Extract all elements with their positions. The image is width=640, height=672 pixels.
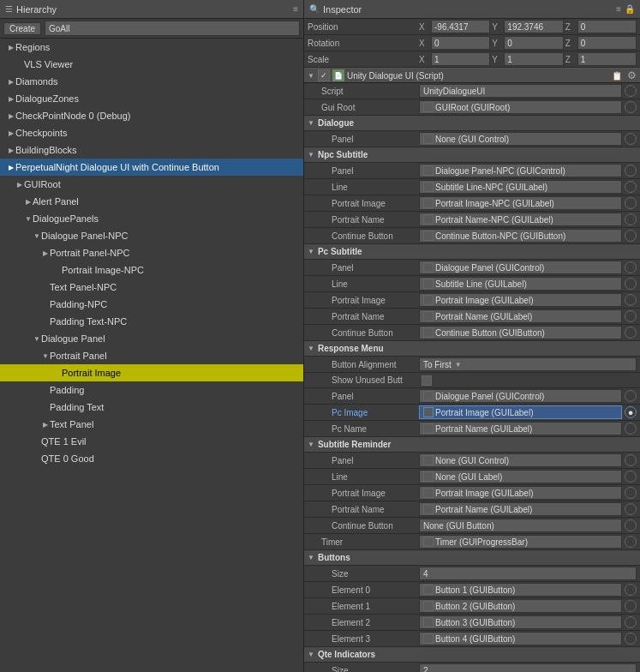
pc-portrait-image-val[interactable]: Portrait Image (GUILabel) (419, 293, 622, 307)
tree-item-padding-text[interactable]: Padding Text (0, 399, 303, 416)
component-checkbox[interactable]: ✓ (318, 69, 330, 81)
tree-item-checkpoint-node[interactable]: ▶ CheckPointNode 0 (Debug) (0, 107, 303, 124)
pos-y-val[interactable]: 192.3746 (504, 20, 563, 33)
button-alignment-val[interactable]: To First ▼ (419, 357, 637, 371)
pc-panel-val[interactable]: Dialogue Panel (GUIControl) (419, 261, 622, 274)
npc-continue-val[interactable]: Continue Button-NPC (GUIButton) (419, 229, 622, 243)
tree-item-text-panel-npc[interactable]: Text Panel-NPC (0, 279, 303, 296)
npc-portrait-name-val[interactable]: Portrait Name-NPC (GUILabel) (419, 213, 622, 226)
tree-item-portrait-image[interactable]: Portrait Image (0, 364, 303, 381)
timer-val[interactable]: Timer (GUIProgressBar) (419, 535, 622, 549)
npc-panel-circle[interactable] (625, 165, 637, 177)
pc-panel-circle[interactable] (625, 261, 637, 273)
response-menu-toggle[interactable]: ▼ (308, 345, 314, 352)
pc-image-val[interactable]: Portrait Image (GUILabel) (419, 405, 622, 419)
tree-item-building-blocks[interactable]: ▶ BuildingBlocks (0, 141, 303, 159)
buttons-toggle[interactable]: ▼ (308, 554, 314, 561)
dialogue-panel-circle[interactable] (625, 133, 637, 145)
pc-continue-val[interactable]: Continue Button (GUIButton) (419, 326, 622, 339)
tree-item-regions[interactable]: ▶ Regions (0, 39, 303, 56)
tree-item-dialogue-panel-npc[interactable]: ▼ Dialogue Panel-NPC (0, 227, 303, 244)
create-button[interactable]: Create (3, 22, 41, 35)
dialogue-panel-val[interactable]: None (GUI Control) (419, 132, 622, 146)
npc-portrait-image-val[interactable]: Portrait Image-NPC (GUILabel) (419, 196, 622, 210)
hierarchy-menu-icon[interactable]: ≡ (293, 4, 298, 14)
buttons-element3-val[interactable]: Button 4 (GUIButton) (419, 632, 622, 645)
pos-x-val[interactable]: -96.4317 (431, 20, 490, 33)
npc-line-circle[interactable] (625, 181, 637, 193)
gui-root-val[interactable]: GUIRoot (GUIRoot) (419, 100, 622, 114)
tree-item-vls-viewer[interactable]: VLS Viewer (0, 56, 303, 73)
sr-continue-circle[interactable] (625, 519, 637, 531)
sr-portrait-name-val[interactable]: Portrait Name (GUILabel) (419, 502, 622, 516)
buttons-element1-val[interactable]: Button 2 (GUIButton) (419, 599, 622, 613)
tree-item-padding-npc[interactable]: Padding-NPC (0, 296, 303, 313)
tree-item-padding[interactable]: Padding (0, 381, 303, 399)
dialogue-toggle[interactable]: ▼ (308, 119, 314, 127)
buttons-element2-val[interactable]: Button 3 (GUIButton) (419, 615, 622, 629)
tree-item-perpetual-night[interactable]: ▶ PerpetualNight Dialogue UI with Contin… (0, 159, 303, 176)
tree-item-dialogue-zones[interactable]: ▶ DialogueZones (0, 90, 303, 107)
component-page-icon[interactable]: 📋 (612, 71, 622, 81)
tree-item-alert-panel[interactable]: ▶ Alert Panel (0, 193, 303, 210)
pc-pi-circle[interactable] (625, 294, 637, 306)
pc-image-circle[interactable]: ● (625, 406, 637, 418)
npc-panel-val[interactable]: Dialogue Panel-NPC (GUIControl) (419, 164, 622, 177)
rot-x-val[interactable]: 0 (431, 36, 490, 50)
component-gear-icon[interactable]: ⚙ (627, 69, 637, 81)
timer-circle[interactable] (625, 536, 637, 548)
tree-item-text-panel[interactable]: ▶ Text Panel (0, 416, 303, 433)
tree-item-qte-1-evil[interactable]: QTE 1 Evil (0, 433, 303, 450)
scale-x-val[interactable]: 1 (431, 52, 490, 66)
pc-line-val[interactable]: Subtitle Line (GUILabel) (419, 277, 622, 291)
qte-size-val[interactable]: 2 (419, 663, 637, 672)
inspector-menu-icon[interactable]: ≡ (616, 4, 621, 14)
tree-item-dialogue-panels[interactable]: ▼ DialoguePanels (0, 210, 303, 227)
buttons-element0-val[interactable]: Button 1 (GUIButton) (419, 583, 622, 597)
pc-portrait-name-val[interactable]: Portrait Name (GUILabel) (419, 309, 622, 323)
lock-icon[interactable]: 🔒 (625, 4, 635, 14)
npc-subtitle-toggle[interactable]: ▼ (308, 151, 314, 159)
pc-pn-circle[interactable] (625, 310, 637, 322)
gui-root-circle[interactable] (625, 101, 637, 113)
tree-item-diamonds[interactable]: ▶ Diamonds (0, 73, 303, 90)
resp-panel-circle[interactable] (625, 390, 637, 402)
btn1-circle[interactable] (625, 600, 637, 612)
pos-z-val[interactable]: 0 (577, 20, 637, 33)
tree-item-portrait-panel[interactable]: ▼ Portrait Panel (0, 347, 303, 364)
npc-line-val[interactable]: Subtitle Line-NPC (GUILabel) (419, 180, 622, 194)
buttons-size-val[interactable]: 4 (419, 567, 637, 580)
script-circle[interactable] (625, 85, 637, 97)
scale-y-val[interactable]: 1 (504, 52, 563, 66)
qte-indicators-toggle[interactable]: ▼ (308, 651, 314, 658)
tree-item-guiroot[interactable]: ▶ GUIRoot (0, 176, 303, 193)
sr-panel-val[interactable]: None (GUI Control) (419, 453, 622, 467)
pc-name-val[interactable]: Portrait Name (GUILabel) (419, 422, 622, 435)
sr-line-val[interactable]: None (GUI Label) (419, 470, 622, 483)
tree-item-dialogue-panel[interactable]: ▼ Dialogue Panel (0, 330, 303, 347)
npc-pi-circle[interactable] (625, 197, 637, 209)
sr-continue-val[interactable]: None (GUI Button) (419, 519, 622, 532)
sr-pn-circle[interactable] (625, 503, 637, 515)
sr-pi-circle[interactable] (625, 487, 637, 499)
tree-item-portrait-panel-npc[interactable]: ▶ Portrait Panel-NPC (0, 244, 303, 261)
tree-item-padding-text-npc[interactable]: Padding Text-NPC (0, 313, 303, 330)
rot-z-val[interactable]: 0 (577, 36, 637, 50)
npc-pn-circle[interactable] (625, 213, 637, 225)
tree-item-checkpoints[interactable]: ▶ Checkpoints (0, 124, 303, 141)
resp-panel-val[interactable]: Dialogue Panel (GUIControl) (419, 389, 622, 403)
pc-continue-circle[interactable] (625, 327, 637, 339)
script-val[interactable]: UnityDialogueUI (419, 84, 622, 98)
npc-continue-circle[interactable] (625, 230, 637, 242)
sr-panel-circle[interactable] (625, 454, 637, 466)
pc-line-circle[interactable] (625, 278, 637, 290)
tree-item-qte-0-good[interactable]: QTE 0 Good (0, 450, 303, 467)
sr-portrait-image-val[interactable]: Portrait Image (GUILabel) (419, 486, 622, 500)
sr-line-circle[interactable] (625, 471, 637, 483)
show-unused-checkbox[interactable] (422, 375, 432, 386)
scale-z-val[interactable]: 1 (577, 52, 637, 66)
pc-name-circle[interactable] (625, 423, 637, 435)
btn2-circle[interactable] (625, 616, 637, 628)
pc-subtitle-toggle[interactable]: ▼ (308, 248, 314, 255)
hierarchy-search[interactable] (45, 21, 300, 36)
